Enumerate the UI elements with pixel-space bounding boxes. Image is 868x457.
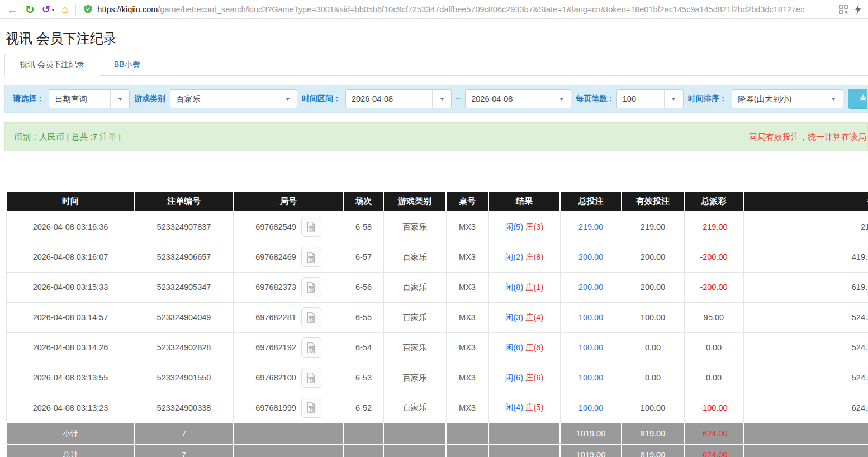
video-replay-button[interactable] bbox=[301, 307, 321, 327]
valid-bet-cell: 100.00 bbox=[622, 302, 684, 332]
home-icon[interactable]: ⌂ bbox=[62, 4, 68, 15]
page-size-dropdown-arrow[interactable] bbox=[664, 90, 683, 108]
toolbar-right-icons bbox=[839, 4, 861, 15]
chevron-down-icon bbox=[286, 98, 290, 101]
video-replay-button[interactable] bbox=[301, 277, 321, 297]
toolbar-divider bbox=[75, 4, 76, 15]
video-replay-button[interactable] bbox=[301, 398, 321, 418]
date-from-value[interactable]: 2026-04-08 bbox=[346, 90, 432, 108]
result-player: 闲(4) bbox=[505, 403, 523, 412]
query-mode-dropdown-arrow[interactable] bbox=[110, 90, 129, 108]
address-bar[interactable]: https://kiqiiu.com/game/betrecord_search… bbox=[83, 4, 832, 15]
result-banker: 庄(1) bbox=[525, 283, 543, 292]
lightning-icon[interactable] bbox=[855, 4, 861, 15]
page-size-value[interactable]: 100 bbox=[617, 90, 664, 108]
total-empty-game bbox=[383, 444, 446, 457]
game-type-cell: 百家乐 bbox=[383, 393, 446, 423]
date-from-input[interactable]: 2026-04-08 bbox=[345, 89, 452, 108]
payout-cell: 95.00 bbox=[684, 302, 743, 332]
date-to-value[interactable]: 2026-04-08 bbox=[466, 90, 552, 108]
header-payout: 总派彩 bbox=[684, 191, 743, 212]
url-path[interactable]: /game/betrecord_search/kind3?GameType=30… bbox=[158, 5, 804, 14]
page-content: 视讯 会员下注纪录 视讯 会员下注纪录 BB小费 请选择： 日期查询 游戏类别 … bbox=[0, 30, 868, 457]
query-mode-value[interactable]: 日期查询 bbox=[49, 90, 110, 108]
date-from-dropdown-arrow[interactable] bbox=[432, 90, 451, 108]
session-cell: 6-53 bbox=[344, 363, 383, 393]
video-replay-button[interactable] bbox=[301, 368, 321, 388]
result-banker: 庄(6) bbox=[525, 373, 543, 382]
back-icon[interactable]: ← bbox=[7, 4, 18, 15]
sort-select[interactable]: 降幂(由大到小) bbox=[732, 89, 843, 108]
bet-id-cell: 523324900338 bbox=[135, 393, 233, 423]
chevron-down-icon bbox=[440, 98, 444, 101]
video-file-icon bbox=[305, 312, 317, 323]
table-row: 2026-04-08 03:14:26523324902828697682192… bbox=[6, 332, 868, 363]
header-result: 结果 bbox=[488, 191, 560, 212]
session-cell: 6-58 bbox=[344, 212, 383, 242]
video-file-icon bbox=[305, 221, 317, 233]
round-id-text: 697682281 bbox=[255, 313, 296, 322]
table-row: 2026-04-08 03:16:36523324907837697682549… bbox=[6, 212, 868, 242]
video-file-icon bbox=[305, 342, 317, 354]
total-empty-table bbox=[446, 444, 488, 457]
undo-control[interactable]: ↺ bbox=[42, 4, 55, 15]
query-mode-select[interactable]: 日期查询 bbox=[49, 89, 130, 108]
session-cell: 6-56 bbox=[344, 272, 383, 302]
total-empty-session bbox=[344, 444, 383, 457]
undo-icon[interactable]: ↺ bbox=[42, 4, 50, 15]
game-type-value[interactable]: 百家乐 bbox=[170, 90, 278, 108]
result-banker: 庄(4) bbox=[525, 313, 543, 322]
remark-cell: 524.51/524.51 bbox=[743, 332, 868, 363]
time-cell: 2026-04-08 03:16:07 bbox=[6, 242, 135, 272]
valid-bet-cell: 200.00 bbox=[622, 272, 684, 302]
remark-cell: 524.51/619.51 bbox=[743, 302, 868, 332]
video-replay-button[interactable] bbox=[301, 217, 321, 237]
valid-bet-cell: 100.00 bbox=[622, 393, 684, 423]
game-type-select[interactable]: 百家乐 bbox=[170, 89, 297, 108]
result-banker: 庄(6) bbox=[525, 343, 543, 352]
video-file-icon bbox=[305, 402, 317, 413]
search-button[interactable]: 查询 bbox=[848, 89, 868, 109]
header-game-type: 游戏类别 bbox=[383, 191, 446, 212]
round-id-cell: 697682100 bbox=[233, 363, 344, 393]
sort-value[interactable]: 降幂(由大到小) bbox=[732, 90, 824, 108]
url-origin[interactable]: https://kiqiiu.com bbox=[97, 5, 158, 14]
total-count: 7 bbox=[135, 444, 233, 457]
session-cell: 6-55 bbox=[344, 302, 383, 332]
total-payout: -624.00 bbox=[684, 444, 743, 457]
result-banker: 庄(3) bbox=[525, 222, 543, 231]
game-type-dropdown-arrow[interactable] bbox=[278, 90, 297, 108]
result-cell: 闲(8) 庄(1) bbox=[488, 272, 560, 302]
tab-bb-tip[interactable]: BB小费 bbox=[99, 54, 155, 75]
bet-id-cell: 523324907837 bbox=[135, 212, 233, 242]
subtotal-row: 小计 7 1019.00 819.00 -624.00 bbox=[6, 423, 868, 444]
page-size-label: 每页笔数 : bbox=[576, 94, 612, 104]
total-bet-cell: 100.00 bbox=[560, 302, 622, 332]
sort-dropdown-arrow[interactable] bbox=[824, 90, 843, 108]
result-player: 闲(8) bbox=[505, 283, 523, 292]
total-label: 总计 bbox=[6, 444, 135, 457]
table-row: 2026-04-08 03:15:33523324905347697682373… bbox=[6, 272, 868, 302]
table-no-cell: MX3 bbox=[446, 302, 488, 332]
tab-bet-records[interactable]: 视讯 会员下注纪录 bbox=[4, 54, 99, 76]
page-size-select[interactable]: 100 bbox=[616, 89, 684, 108]
date-to-input[interactable]: 2026-04-08 bbox=[465, 89, 571, 108]
subtotal-empty-table bbox=[446, 423, 488, 444]
chevron-down-icon bbox=[671, 98, 676, 101]
session-cell: 6-54 bbox=[344, 332, 383, 363]
video-replay-button[interactable] bbox=[301, 337, 321, 358]
total-bet-cell: 219.00 bbox=[560, 212, 622, 242]
undo-dropdown-caret-icon[interactable] bbox=[51, 9, 55, 11]
video-file-icon bbox=[305, 372, 317, 384]
url-text[interactable]: https://kiqiiu.com/game/betrecord_search… bbox=[97, 5, 804, 14]
video-replay-button[interactable] bbox=[301, 247, 321, 267]
table-header: 时间 注单编号 局号 场次 游戏类别 桌号 结果 总投注 有效投注 总派彩 备注 bbox=[6, 191, 868, 212]
summary-bar: 币别：人民币 | 总共 :7 注单 | 同局有效投注，统一计算在该局 bbox=[4, 122, 868, 151]
result-cell: 闲(6) 庄(6) bbox=[488, 332, 560, 363]
round-id-cell: 697682469 bbox=[233, 242, 344, 272]
reload-icon[interactable]: ↻ bbox=[25, 4, 35, 15]
date-to-dropdown-arrow[interactable] bbox=[552, 90, 571, 108]
game-type-cell: 百家乐 bbox=[383, 332, 446, 363]
qr-code-icon[interactable] bbox=[839, 5, 848, 14]
total-bet-cell: 100.00 bbox=[560, 363, 622, 393]
